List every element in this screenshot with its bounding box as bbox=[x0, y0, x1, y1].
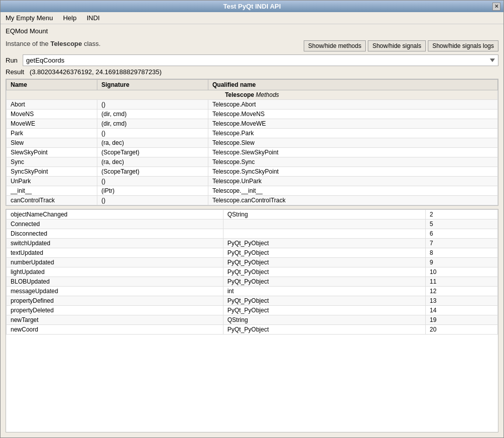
methods-col-name: Name bbox=[7, 80, 97, 90]
instance-description: Instance of the Telescope class. bbox=[6, 40, 100, 47]
table-row: SyncSkyPoint (ScopeTarget) Telescope.Syn… bbox=[7, 167, 498, 177]
table-row: SlewSkyPoint (ScopeTarget) Telescope.Sle… bbox=[7, 148, 498, 157]
show-signals-logs-button[interactable]: Show/hide signals logs bbox=[428, 40, 498, 51]
menu-my-empty[interactable]: My Empty Menu bbox=[4, 14, 55, 22]
close-button[interactable]: ✕ bbox=[492, 3, 500, 11]
signals-table: objectNameChanged QString 2 Connected 5 … bbox=[6, 209, 498, 335]
methods-col-qual: Qualified name bbox=[208, 80, 498, 90]
table-row: Connected 5 bbox=[7, 220, 498, 229]
table-row: textUpdated PyQt_PyObject 8 bbox=[7, 248, 498, 258]
result-row: Result (3.802034426376192, 24.1691888297… bbox=[6, 68, 498, 76]
title-bar: Test PyQt INDI API ✕ bbox=[1, 1, 503, 12]
table-row: Abort () Telescope.Abort bbox=[7, 100, 498, 110]
show-methods-button[interactable]: Show/hide methods bbox=[304, 40, 366, 51]
methods-table: Name Signature Qualified name Telescope … bbox=[6, 79, 498, 205]
table-row: Park () Telescope.Park bbox=[7, 129, 498, 138]
page-title: EQMod Mount bbox=[1, 24, 503, 35]
table-row: BLOBUpdated PyQt_PyObject 11 bbox=[7, 277, 498, 287]
content-area: Instance of the Telescope class. Show/hi… bbox=[1, 35, 503, 437]
table-row: propertyDefined PyQt_PyObject 13 bbox=[7, 296, 498, 306]
table-row: MoveNS (dir, cmd) Telescope.MoveNS bbox=[7, 110, 498, 119]
show-signals-button[interactable]: Show/hide signals bbox=[368, 40, 426, 51]
menu-bar: My Empty Menu Help INDI bbox=[1, 12, 503, 24]
tables-container: Name Signature Qualified name Telescope … bbox=[6, 79, 498, 432]
table-row: numberUpdated PyQt_PyObject 9 bbox=[7, 258, 498, 267]
methods-col-sig: Signature bbox=[97, 80, 208, 90]
methods-table-wrapper[interactable]: Name Signature Qualified name Telescope … bbox=[6, 79, 498, 206]
window-title: Test PyQt INDI API bbox=[223, 3, 281, 10]
main-window: Test PyQt INDI API ✕ My Empty Menu Help … bbox=[0, 0, 504, 438]
table-row: propertyDeleted PyQt_PyObject 14 bbox=[7, 306, 498, 315]
table-row: newCoord PyQt_PyObject 20 bbox=[7, 325, 498, 335]
top-controls: Instance of the Telescope class. Show/hi… bbox=[6, 40, 498, 51]
run-label: Run bbox=[6, 57, 18, 64]
row-name: Abort bbox=[7, 100, 97, 110]
run-select[interactable]: getEqCoords Abort Park Slew Sync bbox=[23, 54, 498, 66]
row-qual: Telescope.Abort bbox=[208, 100, 498, 110]
methods-section-label: Telescope Methods bbox=[7, 90, 498, 100]
table-row: switchUpdated PyQt_PyObject 7 bbox=[7, 239, 498, 248]
table-row: Sync (ra, dec) Telescope.Sync bbox=[7, 157, 498, 167]
result-value: (3.802034426376192, 24.169188829787235) bbox=[30, 68, 162, 76]
run-row: Run getEqCoords Abort Park Slew Sync bbox=[6, 54, 498, 66]
table-row: canControlTrack () Telescope.canControlT… bbox=[7, 196, 498, 205]
table-row: MoveWE (dir, cmd) Telescope.MoveWE bbox=[7, 119, 498, 129]
menu-indi[interactable]: INDI bbox=[85, 14, 102, 22]
signals-table-wrapper[interactable]: objectNameChanged QString 2 Connected 5 … bbox=[6, 209, 498, 432]
button-group: Show/hide methods Show/hide signals Show… bbox=[304, 40, 498, 51]
table-row: newTarget QString 19 bbox=[7, 315, 498, 325]
table-row: __init__ (iPtr) Telescope.__init__ bbox=[7, 186, 498, 196]
table-row: Disconnected 6 bbox=[7, 229, 498, 239]
result-label: Result bbox=[6, 68, 24, 76]
class-name: Telescope bbox=[50, 40, 82, 47]
methods-section-header: Telescope Methods bbox=[7, 90, 498, 100]
table-row: objectNameChanged QString 2 bbox=[7, 210, 498, 220]
table-row: Slew (ra, dec) Telescope.Slew bbox=[7, 138, 498, 148]
table-row: UnPark () Telescope.UnPark bbox=[7, 177, 498, 186]
row-sig: () bbox=[97, 100, 208, 110]
menu-help[interactable]: Help bbox=[61, 14, 79, 22]
table-row: messageUpdated int 12 bbox=[7, 287, 498, 296]
table-row: lightUpdated PyQt_PyObject 10 bbox=[7, 267, 498, 277]
